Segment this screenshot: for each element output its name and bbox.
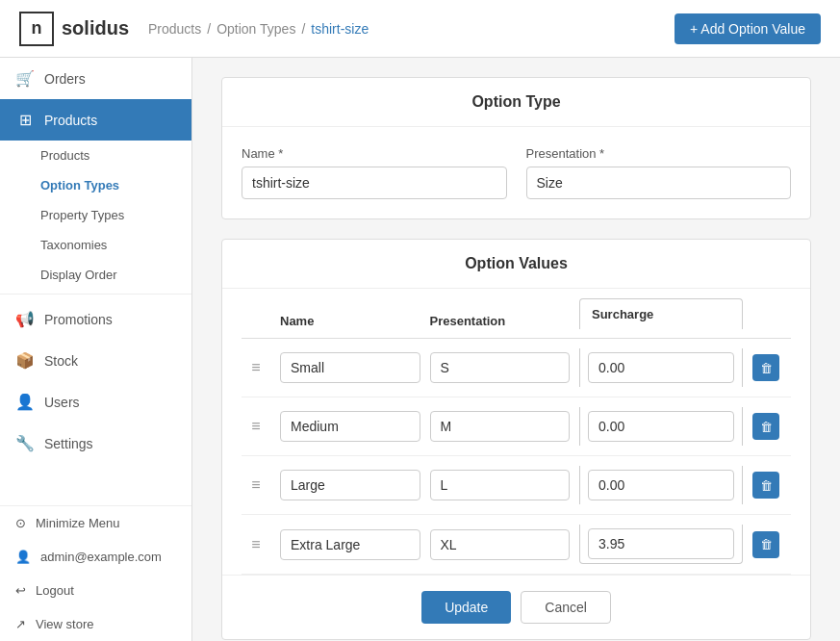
view-store-icon: ↗ <box>15 617 26 631</box>
form-actions: Update Cancel <box>222 575 810 639</box>
logout-label: Logout <box>36 583 74 598</box>
breadcrumb-products[interactable]: Products <box>148 21 201 37</box>
view-store-label: View store <box>36 617 93 631</box>
option-values-section: Option Values Name Presentation Surcharg… <box>221 239 811 640</box>
sidebar-item-orders[interactable]: 🛒 Orders <box>0 58 191 99</box>
surcharge-col-header: Surcharge <box>579 298 743 329</box>
row-1-surcharge-cell <box>579 407 743 446</box>
sidebar-item-users-label: Users <box>44 395 80 410</box>
row-0-surcharge-input[interactable] <box>588 352 734 383</box>
main-content: Option Type Name * Presentation * Option… <box>192 58 840 641</box>
drag-handle-1[interactable]: ≡ <box>242 418 270 435</box>
breadcrumb: Products / Option Types / tshirt-size <box>148 21 369 37</box>
sidebar-logout[interactable]: ↩ Logout <box>0 574 191 607</box>
layout: 🛒 Orders ⊞ Products Products Option Type… <box>0 58 840 641</box>
logo-icon: n <box>19 12 54 46</box>
minimize-icon: ⊙ <box>15 516 26 530</box>
table-header-row: Name Presentation Surcharge <box>242 289 791 339</box>
sidebar-item-settings[interactable]: 🔧 Settings <box>0 423 191 464</box>
row-3-name-input[interactable] <box>280 529 420 560</box>
table-row: ≡ 🗑 <box>242 397 791 456</box>
cancel-button[interactable]: Cancel <box>521 591 611 624</box>
add-option-value-button[interactable]: + Add Option Value <box>675 13 821 44</box>
sidebar-item-orders-label: Orders <box>44 71 86 87</box>
row-2-presentation-input[interactable] <box>430 470 571 500</box>
presentation-col-header: Presentation <box>430 314 571 328</box>
breadcrumb-option-types[interactable]: Option Types <box>216 21 295 37</box>
sidebar: 🛒 Orders ⊞ Products Products Option Type… <box>0 58 192 641</box>
logout-icon: ↩ <box>15 583 26 598</box>
sidebar-sub-products[interactable]: Products <box>0 141 191 170</box>
sidebar-sub-taxonomies[interactable]: Taxonomies <box>0 230 191 260</box>
settings-icon: 🔧 <box>15 434 35 452</box>
orders-icon: 🛒 <box>15 69 35 88</box>
products-icon: ⊞ <box>15 111 35 129</box>
row-3-presentation-input[interactable] <box>430 529 571 560</box>
row-3-surcharge-input[interactable] <box>588 528 734 559</box>
name-col-header: Name <box>280 314 420 328</box>
promotions-icon: 📢 <box>15 310 35 328</box>
header: n solidus Products / Option Types / tshi… <box>0 0 840 58</box>
row-2-surcharge-cell <box>579 466 743 504</box>
sidebar-item-products[interactable]: ⊞ Products <box>0 99 191 141</box>
delete-row-1-button[interactable]: 🗑 <box>752 413 779 440</box>
row-2-name-input[interactable] <box>280 470 420 500</box>
table-row: ≡ 🗑 <box>242 456 791 515</box>
sidebar-divider-1 <box>0 294 191 295</box>
row-1-surcharge-input[interactable] <box>588 411 734 442</box>
update-button[interactable]: Update <box>421 591 511 624</box>
delete-row-0-button[interactable]: 🗑 <box>752 354 779 381</box>
option-type-title: Option Type <box>222 78 810 127</box>
sidebar-item-promotions-label: Promotions <box>44 312 113 327</box>
breadcrumb-sep1: / <box>207 21 211 37</box>
sidebar-view-store[interactable]: ↗ View store <box>0 607 191 641</box>
row-0-surcharge-cell <box>579 348 743 387</box>
row-0-name-input[interactable] <box>280 352 420 383</box>
option-type-form: Name * Presentation * <box>222 127 810 218</box>
row-1-name-input[interactable] <box>280 411 420 442</box>
option-type-section: Option Type Name * Presentation * <box>221 77 811 219</box>
logo-text: solidus <box>62 17 129 39</box>
sidebar-sub-option-types[interactable]: Option Types <box>0 170 191 200</box>
presentation-input[interactable] <box>526 167 792 199</box>
delete-row-2-button[interactable]: 🗑 <box>752 472 779 499</box>
table-row: ≡ 🗑 <box>242 339 791 397</box>
stock-icon: 📦 <box>15 351 35 370</box>
row-0-presentation-input[interactable] <box>430 352 571 383</box>
minimize-label: Minimize Menu <box>36 516 119 530</box>
row-2-surcharge-input[interactable] <box>588 470 734 500</box>
sidebar-item-users[interactable]: 👤 Users <box>0 381 191 423</box>
admin-label: admin@example.com <box>40 550 162 564</box>
sidebar-item-stock[interactable]: 📦 Stock <box>0 340 191 381</box>
users-icon: 👤 <box>15 393 35 411</box>
name-label: Name * <box>242 146 507 161</box>
sidebar-bottom: ⊙ Minimize Menu 👤 admin@example.com ↩ Lo… <box>0 505 191 641</box>
delete-row-3-button[interactable]: 🗑 <box>752 531 779 558</box>
option-values-title: Option Values <box>222 240 810 289</box>
name-group: Name * <box>242 146 507 199</box>
presentation-group: Presentation * <box>526 146 792 199</box>
sidebar-item-promotions[interactable]: 📢 Promotions <box>0 298 191 340</box>
breadcrumb-current: tshirt-size <box>311 21 369 37</box>
sidebar-item-products-label: Products <box>44 113 97 128</box>
sidebar-minimize-menu[interactable]: ⊙ Minimize Menu <box>0 506 191 540</box>
sidebar-main-nav: 🛒 Orders ⊞ Products Products Option Type… <box>0 58 191 464</box>
sidebar-sub-property-types[interactable]: Property Types <box>0 200 191 230</box>
sidebar-item-stock-label: Stock <box>44 353 78 369</box>
admin-icon: 👤 <box>15 550 31 564</box>
drag-handle-2[interactable]: ≡ <box>242 476 270 494</box>
sidebar-item-settings-label: Settings <box>44 436 93 451</box>
sidebar-sub-display-order[interactable]: Display Order <box>0 260 191 290</box>
table-row: ≡ 🗑 <box>242 515 791 575</box>
drag-handle-0[interactable]: ≡ <box>242 359 270 376</box>
logo: n solidus <box>19 12 129 46</box>
drag-handle-3[interactable]: ≡ <box>242 536 270 553</box>
presentation-label: Presentation * <box>526 146 792 161</box>
name-input[interactable] <box>242 167 507 199</box>
option-values-table: Name Presentation Surcharge ≡ 🗑 <box>222 289 810 575</box>
row-1-presentation-input[interactable] <box>430 411 571 442</box>
row-3-surcharge-cell <box>579 525 743 564</box>
breadcrumb-sep2: / <box>301 21 305 37</box>
sidebar-admin-user[interactable]: 👤 admin@example.com <box>0 540 191 574</box>
